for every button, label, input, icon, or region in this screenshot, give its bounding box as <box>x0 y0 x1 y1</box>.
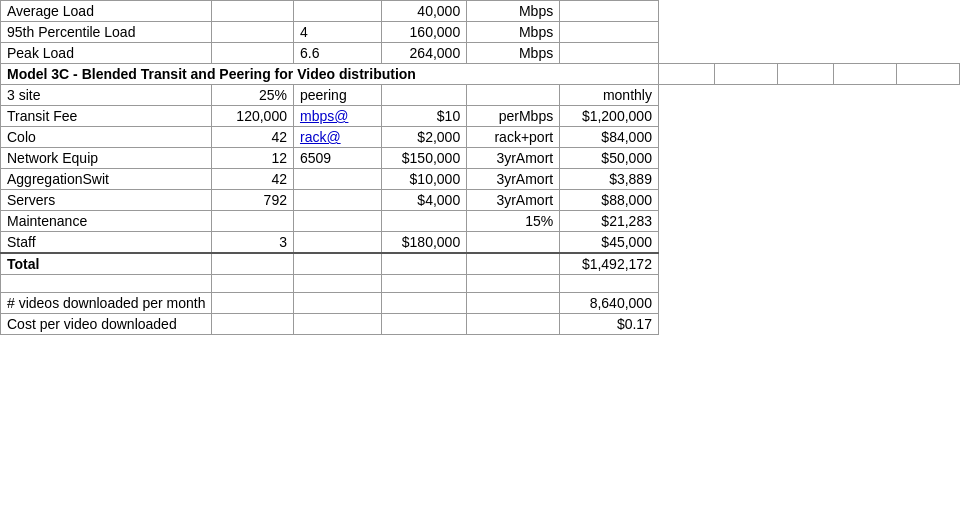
table-cell: 12 <box>212 148 294 169</box>
table-cell: 25% <box>212 85 294 106</box>
table-cell <box>212 43 294 64</box>
table-cell: 6509 <box>293 148 381 169</box>
table-cell <box>560 22 659 43</box>
table-cell: 160,000 <box>381 22 466 43</box>
table-cell: 15% <box>467 211 560 232</box>
table-cell <box>293 232 381 254</box>
table-cell: 3yrAmort <box>467 190 560 211</box>
table-cell <box>381 314 466 335</box>
table-cell: 4 <box>293 22 381 43</box>
table-cell: $150,000 <box>381 148 466 169</box>
table-cell <box>212 211 294 232</box>
table-cell <box>381 211 466 232</box>
table-cell: Average Load <box>1 1 212 22</box>
table-row: Peak Load6.6264,000Mbps <box>1 43 960 64</box>
table-cell: # videos downloaded per month <box>1 293 212 314</box>
table-cell: $3,889 <box>560 169 659 190</box>
table-cell: $10 <box>381 106 466 127</box>
table-cell: 42 <box>212 169 294 190</box>
table-cell: $88,000 <box>560 190 659 211</box>
table-cell: 3yrAmort <box>467 169 560 190</box>
table-cell: $21,283 <box>560 211 659 232</box>
table-cell <box>777 64 833 85</box>
table-cell: $1,492,172 <box>560 253 659 275</box>
table-cell: rack@ <box>293 127 381 148</box>
table-cell <box>467 85 560 106</box>
table-cell <box>293 314 381 335</box>
table-cell <box>381 253 466 275</box>
table-cell: 264,000 <box>381 43 466 64</box>
table-cell: mbps@ <box>293 106 381 127</box>
table-row: Colo42rack@$2,000rack+port$84,000 <box>1 127 960 148</box>
table-cell: $180,000 <box>381 232 466 254</box>
table-row: AggregationSwit42$10,0003yrAmort$3,889 <box>1 169 960 190</box>
table-cell: 3 <box>212 232 294 254</box>
table-cell: Mbps <box>467 43 560 64</box>
table-row: Transit Fee120,000mbps@$10perMbps$1,200,… <box>1 106 960 127</box>
table-cell <box>714 64 777 85</box>
table-cell: AggregationSwit <box>1 169 212 190</box>
table-row: Servers792$4,0003yrAmort$88,000 <box>1 190 960 211</box>
table-row: Average Load40,000Mbps <box>1 1 960 22</box>
table-cell <box>293 253 381 275</box>
table-cell <box>212 22 294 43</box>
table-row: Model 3C - Blended Transit and Peering f… <box>1 64 960 85</box>
table-cell: Total <box>1 253 212 275</box>
table-cell: Mbps <box>467 22 560 43</box>
table-cell: Network Equip <box>1 148 212 169</box>
table-cell <box>560 1 659 22</box>
table-cell: Transit Fee <box>1 106 212 127</box>
table-cell <box>467 314 560 335</box>
table-cell <box>293 169 381 190</box>
table-cell: 792 <box>212 190 294 211</box>
table-cell: Peak Load <box>1 43 212 64</box>
table-cell: rack+port <box>467 127 560 148</box>
table-cell <box>833 64 896 85</box>
table-row <box>1 275 960 293</box>
table-cell: Mbps <box>467 1 560 22</box>
table-cell <box>658 64 714 85</box>
table-cell: $50,000 <box>560 148 659 169</box>
table-cell: 3 site <box>1 85 212 106</box>
table-cell: $0.17 <box>560 314 659 335</box>
table-cell: $10,000 <box>381 169 466 190</box>
table-cell: 42 <box>212 127 294 148</box>
table-cell: 120,000 <box>212 106 294 127</box>
table-row: 3 site25%peeringmonthly <box>1 85 960 106</box>
table-cell <box>293 1 381 22</box>
table-row: Cost per video downloaded$0.17 <box>1 314 960 335</box>
table-cell <box>560 43 659 64</box>
table-cell <box>293 190 381 211</box>
table-cell <box>293 293 381 314</box>
table-cell: $84,000 <box>560 127 659 148</box>
table-row: Network Equip126509$150,0003yrAmort$50,0… <box>1 148 960 169</box>
table-cell: 95th Percentile Load <box>1 22 212 43</box>
table-cell <box>212 253 294 275</box>
table-row: Staff3$180,000$45,000 <box>1 232 960 254</box>
table-row: Total$1,492,172 <box>1 253 960 275</box>
table-cell: monthly <box>560 85 659 106</box>
table-cell <box>381 85 466 106</box>
table-cell: Model 3C - Blended Transit and Peering f… <box>1 64 659 85</box>
table-cell: 6.6 <box>293 43 381 64</box>
table-cell <box>467 232 560 254</box>
table-cell: peering <box>293 85 381 106</box>
table-cell: Staff <box>1 232 212 254</box>
table-cell <box>896 64 959 85</box>
table-cell: 40,000 <box>381 1 466 22</box>
table-cell: $45,000 <box>560 232 659 254</box>
table-cell <box>212 1 294 22</box>
table-cell: Maintenance <box>1 211 212 232</box>
table-cell: Colo <box>1 127 212 148</box>
table-cell <box>467 253 560 275</box>
table-cell: Servers <box>1 190 212 211</box>
table-row: 95th Percentile Load4160,000Mbps <box>1 22 960 43</box>
table-cell: $1,200,000 <box>560 106 659 127</box>
table-cell: 3yrAmort <box>467 148 560 169</box>
table-cell: 8,640,000 <box>560 293 659 314</box>
table-cell <box>212 293 294 314</box>
table-cell <box>212 314 294 335</box>
main-table: Average Load40,000Mbps95th Percentile Lo… <box>0 0 960 335</box>
table-cell: $4,000 <box>381 190 466 211</box>
table-cell <box>467 293 560 314</box>
